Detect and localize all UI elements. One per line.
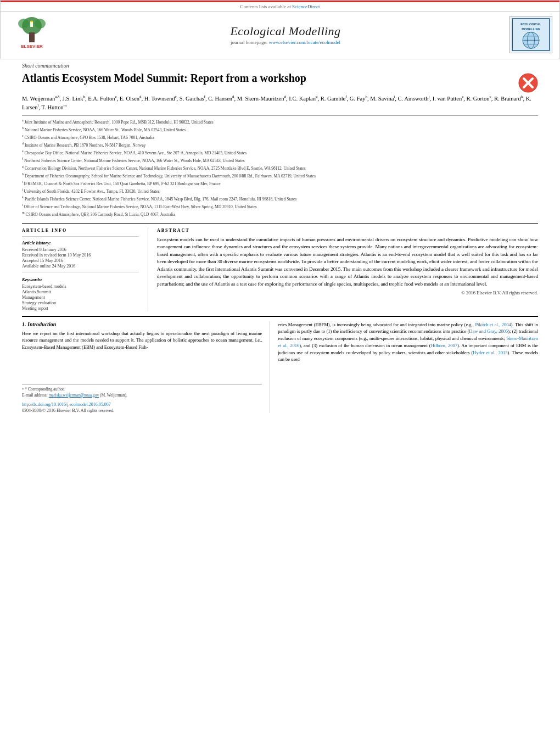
page: Contents lists available at ScienceDirec…	[0, 0, 560, 742]
affiliations: a Joint Institute of Marine and Atmosphe…	[22, 115, 538, 217]
homepage-url[interactable]: www.elsevier.com/locate/ecolmodel	[269, 40, 340, 45]
affil-l: l Office of Science and Technology, Nati…	[22, 203, 538, 210]
author-email[interactable]: mariska.weijerman@noaa.gov	[49, 393, 99, 398]
body-right-col: eries Management (EBFM), is increasingly…	[270, 321, 538, 413]
header-inner: ELSEVIER Ecological Modelling journal ho…	[1, 11, 559, 59]
accepted-date: Accepted 15 May 2016	[22, 258, 139, 263]
footnote-area: * * Corresponding author. E-mail address…	[22, 384, 262, 398]
corresponding-author-note: * * Corresponding author.	[22, 387, 262, 392]
doi-area: http://dx.doi.org/10.1016/j.ecolmodel.20…	[22, 401, 262, 413]
keyword-2: Atlantis Summit	[22, 289, 139, 294]
keywords-label: Keywords:	[22, 277, 139, 282]
svg-text:MODELLING: MODELLING	[522, 27, 540, 31]
sciencedirect-banner: Contents lists available at ScienceDirec…	[1, 2, 559, 11]
article-type-label: Short communication	[22, 63, 538, 69]
keyword-1: Ecosystem-based models	[22, 284, 139, 289]
body-section: 1. Introduction Here we report on the fi…	[22, 316, 538, 413]
article-info-heading: ARTICLE INFO	[22, 228, 139, 233]
email-note: E-mail address: mariska.weijerman@noaa.g…	[22, 393, 262, 398]
crossmark-logo[interactable]	[518, 73, 538, 94]
abstract-text: Ecosystem models can be used to understa…	[157, 236, 538, 288]
affil-f: f Northeast Fisheries Science Center, Na…	[22, 157, 538, 164]
journal-title: Ecological Modelling	[62, 24, 509, 38]
received-date: Received 8 January 2016	[22, 247, 139, 252]
contents-text: Contents lists available at	[240, 4, 291, 9]
svg-rect-2	[29, 32, 35, 42]
svg-text:ECOLOGICAL: ECOLOGICAL	[520, 23, 541, 26]
affil-a: a Joint Institute of Marine and Atmosphe…	[22, 118, 538, 125]
homepage-label: journal homepage:	[231, 40, 267, 45]
article-info-abstract-section: ARTICLE INFO Article history: Received 8…	[22, 223, 538, 311]
intro-para-right: eries Management (EBFM), is increasingly…	[278, 321, 538, 364]
affil-m: m CSIRO Oceans and Atmosphere, QBP, 306 …	[22, 210, 538, 217]
email-after: (M. Weijerman).	[100, 393, 127, 398]
affil-b: b National Marine Fisheries Service, NOA…	[22, 126, 538, 133]
keyword-3: Management	[22, 295, 139, 300]
intro-para1: Here we report on the first internationa…	[22, 330, 262, 351]
svg-point-3	[18, 19, 29, 29]
skern-link[interactable]: Skern-Mauritzen et al., 2016	[278, 336, 538, 348]
affil-h: h Department of Fisheries Oceanography, …	[22, 172, 538, 179]
affil-e: e Chesapeake Bay Office, National Marine…	[22, 149, 538, 156]
affil-g: g Conservation Biology Division, Northwe…	[22, 164, 538, 171]
issn-line: 0304-3800/© 2016 Elsevier B.V. All right…	[22, 408, 114, 413]
abstract-col: ABSTRACT Ecosystem models can be used to…	[148, 228, 538, 311]
hilborn-link[interactable]: Hilborn, 2007	[431, 343, 457, 348]
received-revised-date: Received in revised form 10 May 2016	[22, 253, 139, 258]
keyword-5: Meeting report	[22, 306, 139, 311]
affil-j: j University of South Florida, 4202 E Fo…	[22, 187, 538, 194]
article-title: Atlantis Ecosystem Model Summit: Report …	[22, 71, 512, 85]
svg-point-4	[35, 19, 46, 29]
affil-d: d Institute of Marine Research, PB 1870 …	[22, 141, 538, 148]
journal-homepage: journal homepage: www.elsevier.com/locat…	[62, 40, 509, 45]
sciencedirect-link[interactable]: ScienceDirect	[292, 4, 320, 9]
elsevier-logo: ELSEVIER	[7, 15, 57, 54]
article-info-col: ARTICLE INFO Article history: Received 8…	[22, 228, 148, 311]
hyder-link[interactable]: Hyder et al., 2015	[473, 350, 507, 355]
body-left-col: 1. Introduction Here we report on the fi…	[22, 321, 270, 413]
svg-point-6	[30, 21, 33, 23]
eco-model-logo: ECOLOGICAL MODELLING	[509, 16, 552, 53]
article-wrapper: Short communication Atlantis Ecosystem M…	[0, 63, 560, 413]
journal-header: Contents lists available at ScienceDirec…	[0, 0, 560, 59]
copyright-line: © 2016 Elsevier B.V. All rights reserved…	[157, 290, 538, 295]
affil-i: i IFREMER, Channel & North Sea Fisheries…	[22, 180, 538, 187]
svg-text:ELSEVIER: ELSEVIER	[21, 44, 43, 49]
journal-title-block: Ecological Modelling journal homepage: w…	[62, 24, 509, 45]
eco-model-logo-box: ECOLOGICAL MODELLING	[509, 15, 553, 54]
abstract-heading: ABSTRACT	[157, 228, 538, 233]
keyword-4: Strategy evaluation	[22, 300, 139, 305]
pikitch-link[interactable]: Pikitch et al., 2004	[475, 322, 511, 327]
article-history-label: Article history:	[22, 240, 139, 246]
available-date: Available online 24 May 2016	[22, 264, 139, 269]
intro-heading: 1. Introduction	[22, 321, 262, 327]
affil-k: k Pacific Islands Fisheries Science Cent…	[22, 195, 538, 202]
authors-line: M. Weijermana,*, J.S. Linkb, E.A. Fulton…	[22, 94, 538, 112]
doi-link[interactable]: http://dx.doi.org/10.1016/j.ecolmodel.20…	[22, 402, 111, 407]
affil-c: c CSIRO Oceans and Atmosphere, GPO Box 1…	[22, 133, 538, 141]
daw-link[interactable]: Daw and Gray, 2005	[469, 328, 508, 334]
